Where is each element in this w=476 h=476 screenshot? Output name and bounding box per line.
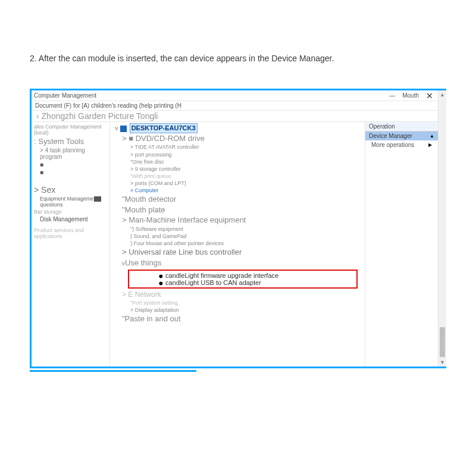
scroll-thumb[interactable] [440,327,445,357]
smudge-icon [94,196,101,202]
actions-header: Operation [365,122,438,131]
bottom-blue-bar [30,370,446,381]
scroll-up-icon[interactable]: ▲ [439,90,446,99]
tree-item-hmi[interactable]: > Man-Machine Interface equipment [112,215,362,226]
highlighted-devices-box: candleLight firmware upgrade interface c… [128,270,358,289]
sidebar-item-task-planning[interactable]: > 4 task planning program [33,146,108,161]
breadcrumb-text: Zhongzhi Garden Picture Tongli [42,111,158,121]
vertical-scrollbar[interactable]: ▲ ▼ [438,90,446,367]
tree-item-candlelight-usb-can[interactable]: candleLight USB to CAN adapter [131,279,354,286]
window-frame: Computer Management — Mouth ✕ Document (… [30,89,446,368]
tree-item-display-adaptation[interactable]: > Display adaptation [112,306,362,314]
left-header: ales Computer Management (local) [33,123,108,136]
collapse-icon: ▲ [430,133,434,139]
close-button[interactable]: ✕ [426,91,433,101]
breadcrumb[interactable]: › Zhongzhi Garden Picture Tongli [32,111,438,122]
sidebar-item-system-tools[interactable]: : System Tools [33,136,108,146]
device-tree-pane: v DESKTOP-EAU7CK3 > ■ DVD/CD-ROM drive >… [110,122,365,367]
tree-item-paste-in-out[interactable]: "Paste in and out [112,314,362,324]
sidebar-item-product-services[interactable]: Product services and applications [33,227,108,240]
actions-item-more-operations[interactable]: More operations ▶ [365,140,438,149]
sidebar-bullet: ■ [33,161,108,168]
tree-item-candlelight-firmware[interactable]: candleLight firmware upgrade interface [131,272,354,279]
left-pane: ales Computer Management (local) : Syste… [32,122,110,367]
titlebar-mouth-label: Mouth [402,92,419,99]
tree-item-port-system-setting[interactable]: "Port system setting [112,299,362,306]
tree-item-mouth-plate[interactable]: "Mouth plate [112,205,362,215]
actions-item-device-manager[interactable]: Device Manager ▲ [365,131,438,140]
tree-root-selected[interactable]: DESKTOP-EAU7CK3 [130,123,198,133]
sidebar-item-equipment-management[interactable]: Equipment Managemequestions [33,195,108,208]
sidebar-item-sex[interactable]: > Sex [33,184,108,195]
tree-item-software-equipment[interactable]: ") Software equipment [112,226,362,233]
sidebar-item-bar-storage[interactable]: Bar storage [33,208,108,215]
tree-item-tide[interactable]: > TIDE AT AVATAR controller [112,143,362,151]
instruction-text: 2. After the can module is inserted, the… [0,52,476,65]
window-title: Computer Management [34,92,389,99]
chevron-right-icon: ▶ [428,142,432,148]
minimize-button[interactable]: — [389,92,395,99]
tree-item-ports-com-lpt[interactable]: > ports (COM and LPT) [112,180,362,187]
tree-item-computer[interactable]: > Computer [112,187,362,194]
tree-item-dvd[interactable]: > ■ DVD/CD-ROM drive [112,133,362,144]
tree-item-print-queue[interactable]: "With print queue [112,173,362,180]
tree-item-mouth-detector[interactable]: "Mouth detector [112,194,362,205]
computer-icon [120,126,127,132]
tree-item-network[interactable]: > E Network [112,290,362,299]
menubar[interactable]: Document (F) for [A) children's reading … [32,101,438,111]
tree-item-mouse-pointer[interactable]: ) Four Mouse and other pointer devices [112,240,362,247]
tree-item-sound-gamepad[interactable]: ) Sound, and GamePad [112,233,362,240]
tree-item-port-processing[interactable]: > port processing [112,151,362,158]
tree-item-storage-controller[interactable]: > 9 storage controller [112,165,362,173]
scroll-down-icon[interactable]: ▼ [439,358,446,367]
tree-item-use-things[interactable]: vUse things [112,258,362,268]
expand-icon[interactable]: v [115,124,118,131]
titlebar: Computer Management — Mouth ✕ [32,90,438,101]
tree-item-usb-controller[interactable]: > Universal rate Line bus controller [112,247,362,258]
tree-item-one-free-disc[interactable]: "One free disc [112,158,362,165]
actions-pane: Operation Device Manager ▲ More operatio… [365,122,438,367]
sidebar-bullet: ■ [33,168,108,176]
sidebar-item-disk-management[interactable]: Disk Management [33,215,108,223]
